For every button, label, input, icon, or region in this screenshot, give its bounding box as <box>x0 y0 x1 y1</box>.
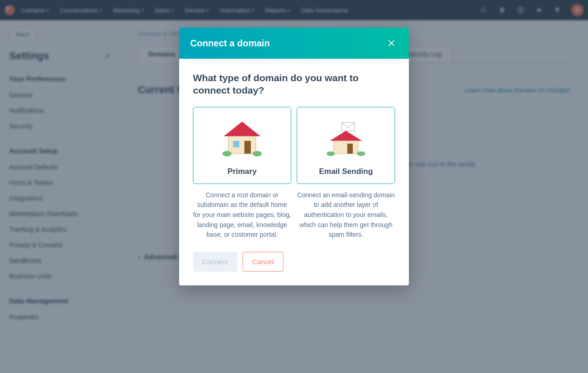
svg-point-16 <box>357 151 365 156</box>
card-primary-title: Primary <box>198 167 286 176</box>
modal-question: What type of domain do you want to conne… <box>193 72 395 97</box>
svg-point-11 <box>253 151 262 156</box>
cancel-button[interactable]: Cancel <box>243 252 283 272</box>
close-icon[interactable] <box>385 37 398 50</box>
house-icon <box>198 116 286 161</box>
svg-marker-12 <box>330 131 362 141</box>
svg-rect-7 <box>228 136 256 154</box>
modal-overlay: Connect a domain What type of domain do … <box>0 0 588 373</box>
svg-point-15 <box>327 151 335 156</box>
svg-rect-17 <box>342 122 355 131</box>
svg-rect-9 <box>244 141 251 154</box>
modal-title: Connect a domain <box>190 38 270 49</box>
modal-header: Connect a domain <box>179 28 409 59</box>
house-envelope-icon <box>302 116 390 161</box>
svg-point-10 <box>222 151 232 156</box>
domain-option-email-sending[interactable]: Email Sending <box>297 107 395 184</box>
svg-rect-8 <box>233 141 239 147</box>
domain-option-primary[interactable]: Primary <box>193 107 291 184</box>
svg-rect-13 <box>334 141 358 154</box>
card-primary-desc: Connect a root domain or subdomain as th… <box>193 190 291 240</box>
card-email-sending-desc: Connect an email-sending domain to add a… <box>297 190 395 240</box>
connect-domain-modal: Connect a domain What type of domain do … <box>179 28 409 285</box>
card-email-sending-title: Email Sending <box>302 167 390 176</box>
svg-marker-6 <box>224 122 260 136</box>
connect-button[interactable]: Connect <box>193 252 237 272</box>
svg-rect-14 <box>347 144 353 154</box>
